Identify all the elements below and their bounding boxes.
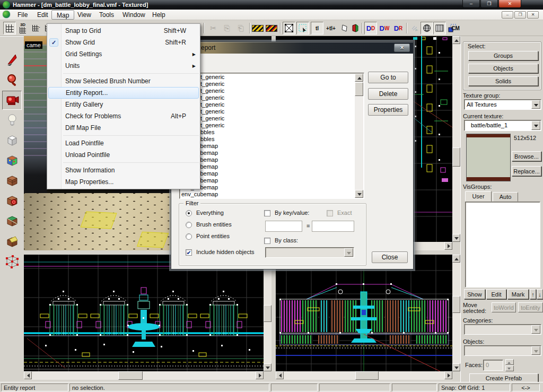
menu-view[interactable]: View — [73, 10, 96, 20]
menu-item-show-information[interactable]: Show Information — [47, 164, 200, 176]
entity-list-item[interactable]: ambient_generic — [181, 74, 364, 81]
hollow-hazard-icon[interactable] — [265, 22, 278, 34]
delete-button[interactable]: Delete — [368, 88, 408, 100]
apply-texture-tool-button[interactable] — [2, 171, 22, 190]
entity-list-item[interactable]: env_cubemap — [181, 170, 364, 177]
menu-item-show-grid[interactable]: ✓ Show Grid Shift+R — [47, 37, 200, 48]
dropdown-arrow-icon[interactable] — [531, 100, 540, 109]
smaller-grid-icon[interactable]: - — [30, 22, 42, 34]
restore-button[interactable]: ❐ — [480, 0, 498, 8]
2d-top-canvas[interactable] — [411, 36, 452, 242]
entity-list-item[interactable]: ambient_generic — [181, 81, 364, 88]
selection-tool-button[interactable] — [2, 50, 22, 69]
visgroups-list[interactable] — [465, 202, 540, 288]
vscrollbar[interactable] — [452, 36, 460, 242]
menu-tools[interactable]: Tools — [94, 10, 119, 20]
sphere-icon[interactable] — [421, 22, 433, 34]
dialog-titlebar[interactable]: Entity Report ✕ — [171, 42, 413, 54]
tab-user[interactable]: User — [465, 191, 492, 202]
current-texture-combobox[interactable]: battle/battle_1 — [464, 120, 541, 131]
mdi-minimize-button[interactable]: – — [502, 11, 513, 19]
faces-spin-down[interactable] — [505, 365, 514, 371]
clipping-tool-button[interactable] — [2, 212, 22, 231]
browse-button[interactable]: Browse... — [512, 151, 541, 161]
entity-list-item[interactable]: env_cubemap — [181, 150, 364, 156]
menu-file[interactable]: File — [13, 10, 32, 20]
visgroup-mark-button[interactable]: Mark — [507, 289, 529, 299]
polygon-colored-icon[interactable] — [349, 22, 362, 34]
camera-tool-button[interactable] — [2, 91, 22, 110]
menu-item-grid-settings[interactable]: Grid Settings ▶ — [47, 48, 200, 60]
entity-list-item[interactable]: env_cubemap — [181, 191, 364, 198]
entity-list-item[interactable]: ambient_generic — [181, 108, 364, 115]
goto-button[interactable]: Go to — [368, 72, 408, 83]
menu-item-check-for-problems[interactable]: Check for Problems Alt+P — [47, 110, 200, 122]
menu-item-map-properties[interactable]: Map Properties... — [47, 176, 200, 188]
magnify-tool-button[interactable] — [2, 71, 22, 90]
menu-item-entity-report[interactable]: Entity Report... — [48, 87, 199, 99]
by-class-checkbox[interactable] — [264, 238, 270, 244]
vertex-tool-button[interactable] — [2, 252, 22, 271]
filter-brush-radio[interactable] — [186, 222, 192, 228]
include-hidden-checkbox[interactable]: ✔ — [186, 249, 192, 256]
entity-list[interactable]: ambient_generic ambient_generic ambient_… — [179, 73, 364, 199]
close-button[interactable]: ✕ — [498, 0, 521, 8]
paste-icon[interactable]: ⎗ — [234, 22, 247, 34]
properties-button[interactable]: Properties — [368, 104, 408, 116]
minimize-button[interactable]: – — [462, 0, 480, 8]
menu-window[interactable]: Window — [118, 10, 150, 20]
menu-item-diff-map-file[interactable]: Diff Map File — [47, 122, 200, 134]
menu-item-entity-gallery[interactable]: Entity Gallery — [47, 99, 200, 110]
viewport-2d-front[interactable] — [24, 255, 272, 380]
menu-item-load-pointfile[interactable]: Load Pointfile — [47, 137, 200, 149]
visgroup-show-button[interactable]: Show — [464, 289, 485, 299]
entity-tool-button[interactable] — [2, 111, 22, 130]
entity-list-scrollbar[interactable] — [355, 74, 363, 198]
visgroup-edit-button[interactable]: Edit — [486, 289, 506, 299]
overlay-tool-button[interactable] — [2, 232, 22, 251]
entity-list-item[interactable]: env_bubbles — [181, 129, 364, 136]
dropdown-arrow-icon[interactable] — [531, 121, 540, 130]
menu-item-unload-pointfile[interactable]: Unload Pointfile — [47, 149, 200, 161]
menu-item-show-selected-brush-number[interactable]: Show Selected Brush Number — [47, 75, 200, 87]
entity-list-item[interactable]: env_bubbles — [181, 136, 364, 143]
move-up-button[interactable]: ↑ — [530, 289, 536, 299]
mdi-close-button[interactable]: ✕ — [527, 11, 539, 19]
toentity-button[interactable]: toEntity — [518, 302, 543, 312]
entity-list-item[interactable]: env_cubemap — [181, 143, 364, 150]
entity-list-item[interactable]: env_cubemap — [181, 177, 364, 184]
texture-lock-icon[interactable]: tl — [311, 22, 323, 34]
entity-list-item[interactable]: ambient_generic — [181, 94, 364, 101]
select-solids-button[interactable]: Solids — [468, 76, 538, 86]
copy-icon[interactable]: ⎘ — [221, 22, 233, 34]
toggle-3d-grid-icon[interactable]: 3D — [16, 22, 29, 34]
sound-browser-icon[interactable] — [408, 22, 421, 34]
faces-input[interactable]: 0 — [483, 360, 503, 371]
texture-application-tool-button[interactable] — [2, 151, 22, 170]
entity-list-item[interactable]: env_cubemap — [181, 184, 364, 191]
viewport-2d-side[interactable] — [276, 255, 460, 380]
vscrollbar[interactable] — [452, 255, 460, 371]
marquee-zoom-icon[interactable] — [296, 22, 309, 34]
vscrollbar[interactable] — [264, 255, 272, 371]
hscrollbar[interactable] — [24, 371, 264, 380]
move-down-button[interactable]: ↓ — [537, 289, 543, 299]
select-groups-button[interactable]: Groups — [468, 51, 538, 60]
entity-list-item[interactable]: env_cubemap — [181, 156, 364, 163]
displacement-dd-icon[interactable]: DD — [364, 22, 377, 34]
block-tool-button[interactable] — [2, 131, 22, 150]
title-bar[interactable]: Hammer - [dm_battle_lobby_final.vmf - Te… — [0, 0, 543, 10]
replace-button[interactable]: Replace... — [512, 166, 541, 176]
close-dialog-button[interactable]: Close — [372, 251, 408, 263]
displacement-dr-icon[interactable]: DR — [392, 22, 405, 34]
selection-bounds-icon[interactable] — [283, 22, 295, 34]
entity-list-item[interactable]: ambient_generic — [181, 115, 364, 122]
cordon-mode-icon[interactable]: CM — [443, 22, 458, 34]
tab-auto[interactable]: Auto — [493, 192, 518, 202]
dialog-close-button[interactable]: ✕ — [394, 43, 410, 52]
toggle-grid-icon[interactable] — [3, 22, 16, 34]
entity-list-item[interactable]: ambient_generic — [181, 122, 364, 129]
menu-help[interactable]: Help — [147, 10, 170, 20]
filter-everything-radio[interactable] — [186, 210, 192, 216]
toworld-button[interactable]: toWorld — [492, 302, 516, 312]
